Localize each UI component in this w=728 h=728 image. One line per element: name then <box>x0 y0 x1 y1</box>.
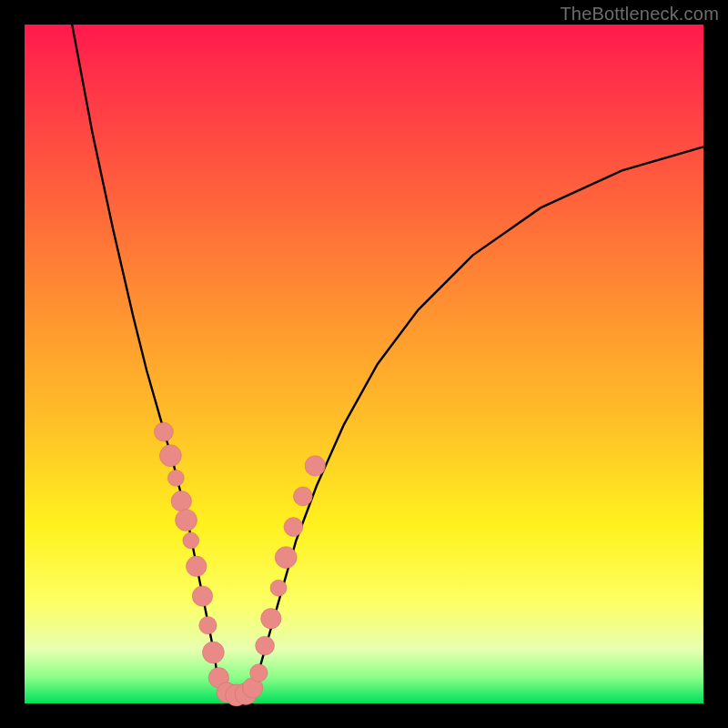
scatter-dot <box>187 556 207 576</box>
plot-area <box>25 25 703 703</box>
scatter-dot <box>305 456 325 476</box>
scatter-dot <box>256 636 275 655</box>
scatter-dot <box>261 609 281 629</box>
curve-left <box>72 25 217 683</box>
scatter-dot <box>154 422 173 441</box>
scatter-dots <box>154 422 325 706</box>
scatter-dot <box>284 518 303 537</box>
curve-right <box>256 147 703 682</box>
scatter-dot <box>159 445 181 467</box>
scatter-dot <box>199 617 217 634</box>
scatter-dot <box>293 487 312 506</box>
scatter-dot <box>192 586 212 606</box>
scatter-dot <box>250 664 268 682</box>
scatter-dot <box>183 532 199 549</box>
scatter-dot <box>167 470 184 486</box>
scatter-dot <box>171 491 191 511</box>
chart-frame: TheBottleneck.com <box>0 0 728 728</box>
scatter-dot <box>202 642 224 663</box>
scatter-dot <box>275 547 297 569</box>
watermark-text: TheBottleneck.com <box>560 4 719 25</box>
curve-layer <box>25 25 703 703</box>
scatter-dot <box>270 580 287 596</box>
scatter-dot <box>176 510 197 531</box>
